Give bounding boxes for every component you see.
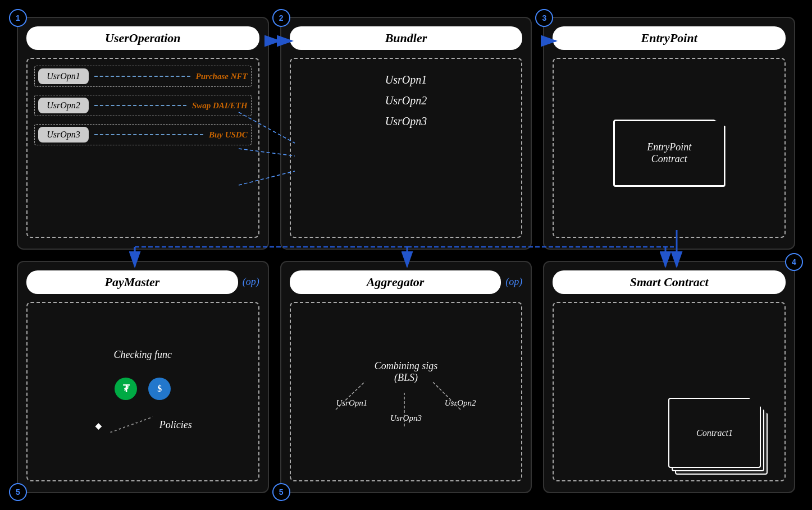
paymaster-coins: ₮ $ (115, 378, 171, 400)
panel-bundler: 2 Bundler UsrOpn1 UsrOpn2 UsrOpn3 (280, 17, 532, 250)
bundler-op-1: UsrOpn1 (298, 73, 515, 86)
userop-item-3: UsrOpn3 Buy USDC (34, 124, 252, 145)
tether-coin: ₮ (115, 378, 137, 400)
usdc-coin: $ (148, 378, 171, 400)
entrypoint-contract-label: EntryPointContract (647, 141, 691, 165)
smartcontract-content: Contract1 (553, 302, 786, 482)
agg-op2: UsrOpn2 (445, 398, 476, 408)
panel-paymaster: 5 PayMaster (op) Checking func ₮ $ ⬥ Pol… (17, 261, 269, 494)
panel-useroperation: 1 UserOperation UsrOpn1 Purchase NFT Usr… (17, 17, 269, 250)
aggregator-op: (op) (505, 276, 522, 288)
badge-2: 2 (272, 9, 290, 27)
badge-5b: 5 (272, 483, 290, 501)
panel-aggregator: 5 Aggregator (op) Combining sigs(BLS) Us… (280, 261, 532, 494)
bundler-op-3: UsrOpn3 (298, 115, 515, 128)
userop-action-3: Buy USDC (209, 130, 248, 140)
entrypoint-content: EntryPointContract (553, 58, 786, 238)
badge-3: 3 (535, 9, 553, 27)
aggregator-title: Aggregator (290, 270, 501, 294)
paymaster-policies: Policies (159, 419, 192, 431)
userop-label-3: UsrOpn3 (38, 127, 89, 143)
paymaster-content: Checking func ₮ $ ⬥ Policies (26, 302, 259, 482)
badge-5a: 5 (9, 483, 27, 501)
userop-action-1: Purchase NFT (196, 72, 248, 81)
aggregator-combining: Combining sigs(BLS) (375, 360, 438, 384)
paymaster-op: (op) (243, 276, 259, 288)
eth-icon: ⬥ (94, 416, 103, 434)
agg-op3: UsrOpn3 (390, 413, 422, 423)
panel-entrypoint: 3 EntryPoint EntryPointContract (543, 17, 795, 250)
entrypoint-contract: EntryPointContract (613, 120, 726, 187)
paymaster-title: PayMaster (26, 270, 238, 294)
panel-smartcontract: 4 Smart Contract Contract1 (543, 261, 795, 494)
useroperation-content: UsrOpn1 Purchase NFT UsrOpn2 Swap DAI/ET… (26, 58, 259, 238)
userop-label-1: UsrOpn1 (38, 68, 89, 84)
agg-op1: UsrOpn1 (336, 398, 367, 408)
bundler-title: Bundler (290, 26, 523, 50)
badge-4: 4 (785, 253, 803, 271)
contract-cards: Contract1 (672, 402, 768, 475)
diagram-container: 1 UserOperation UsrOpn1 Purchase NFT Usr… (0, 0, 812, 510)
bundler-content: UsrOpn1 UsrOpn2 UsrOpn3 (290, 58, 523, 238)
userop-item-2: UsrOpn2 Swap DAI/ETH (34, 95, 252, 116)
userop-label-2: UsrOpn2 (38, 98, 89, 113)
bundler-op-2: UsrOpn2 (298, 94, 515, 107)
paymaster-checking: Checking func (114, 349, 172, 361)
paymaster-policies-row: ⬥ Policies (94, 416, 192, 434)
aggregator-content: Combining sigs(BLS) UsrOpn1 UsrOpn2 UsrO… (290, 302, 523, 482)
contract-card-front: Contract1 (668, 398, 761, 468)
userop-action-2: Swap DAI/ETH (192, 101, 248, 111)
badge-1: 1 (9, 9, 27, 27)
userop-item-1: UsrOpn1 Purchase NFT (34, 66, 252, 87)
entrypoint-title: EntryPoint (553, 26, 786, 50)
contract1-label: Contract1 (696, 428, 733, 438)
useroperation-title: UserOperation (26, 26, 259, 50)
smartcontract-title: Smart Contract (553, 270, 786, 294)
